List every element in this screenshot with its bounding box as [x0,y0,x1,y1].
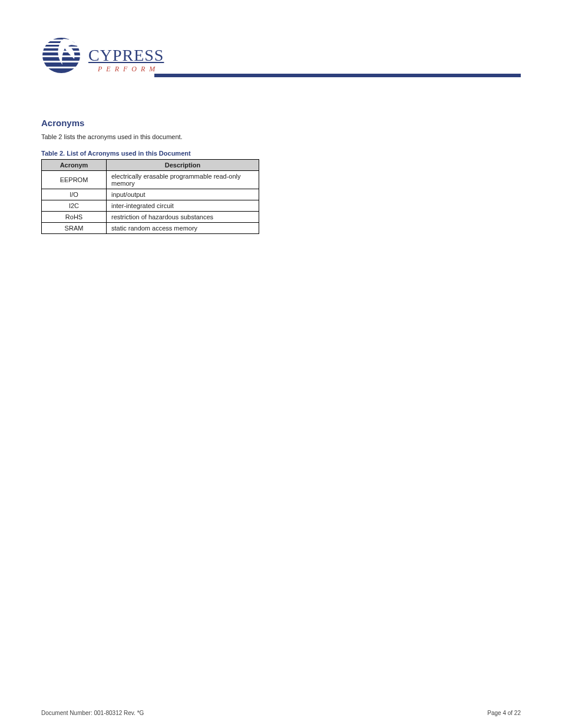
table-header-row: Acronym Description [42,159,259,170]
cell-description: inter-integrated circuit [107,200,259,211]
cell-acronym: I2C [42,200,107,211]
cell-description: electrically erasable programmable read-… [107,170,259,189]
col-description: Description [107,159,259,170]
header-rule [154,74,521,77]
cell-acronym: EEPROM [42,170,107,189]
cell-acronym: RoHS [42,211,107,222]
footer-right: Page 4 of 22 [487,710,521,716]
table-row: SRAM static random access memory [42,222,259,233]
footer-left: Document Number: 001-80312 Rev. *G [41,710,144,716]
section-title: Acronyms [41,118,521,128]
globe-icon [41,35,88,75]
svg-rect-8 [41,62,88,67]
svg-rect-5 [41,48,88,51]
logo-text-main: CYPRESS [88,46,164,65]
acronym-table: Acronym Description EEPROM electrically … [41,159,259,234]
logo-text-sub: PERFORM [98,65,159,74]
cell-description: static random access memory [107,222,259,233]
logo: CYPRESS PERFORM [41,35,159,83]
cell-acronym: SRAM [42,222,107,233]
section-body: Table 2 lists the acronyms used in this … [41,133,521,141]
svg-rect-9 [41,68,88,73]
cell-acronym: I/O [42,189,107,200]
table-row: I/O input/output [42,189,259,200]
page: CYPRESS PERFORM Acronyms Table 2 lists t… [0,0,562,728]
content: Acronyms Table 2 lists the acronyms used… [41,118,521,234]
table-caption: Table 2. List of Acronyms used in this D… [41,150,521,157]
table-row: RoHS restriction of hazardous substances [42,211,259,222]
cell-description: restriction of hazardous substances [107,211,259,222]
table-row: I2C inter-integrated circuit [42,200,259,211]
table-row: EEPROM electrically erasable programmabl… [42,170,259,189]
svg-rect-6 [41,52,88,55]
svg-rect-7 [41,57,88,61]
footer: Document Number: 001-80312 Rev. *G Page … [41,710,521,716]
cell-description: input/output [107,189,259,200]
col-acronym: Acronym [42,159,107,170]
